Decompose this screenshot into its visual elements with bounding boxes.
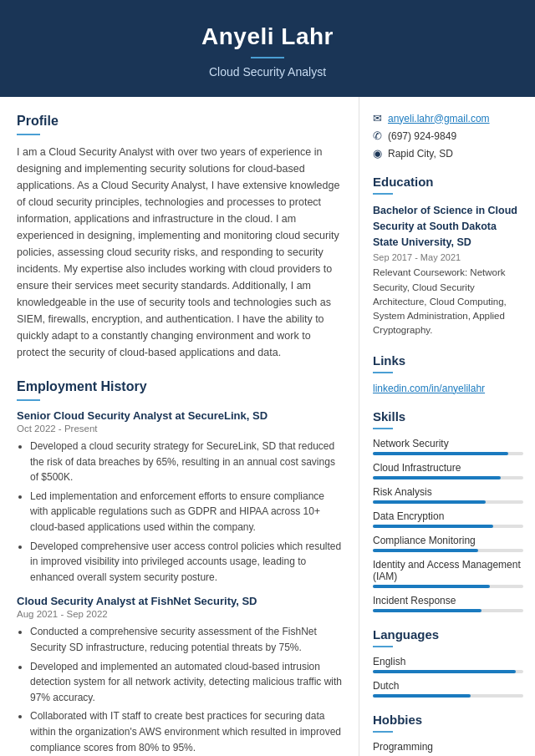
profile-title: Profile (17, 114, 344, 129)
email-link[interactable]: anyeli.lahr@gmail.com (388, 113, 490, 124)
languages-divider (373, 646, 393, 647)
skill-label-4: Compliance Monitoring (373, 535, 523, 546)
profile-section: Profile I am a Cloud Security Analyst wi… (17, 114, 344, 361)
skill-bar-fill-0 (373, 452, 508, 455)
job-2-bullet-2: Developed and implemented an automated c… (30, 659, 344, 706)
skills-divider (373, 428, 393, 429)
profile-divider (17, 134, 40, 135)
hobbies-title: Hobbies (373, 713, 523, 727)
header-divider (251, 57, 284, 58)
edu-coursework: Relevant Coursework: Network Security, C… (373, 266, 523, 337)
education-divider (373, 193, 393, 195)
skill-item-6: Incident Response (373, 595, 523, 612)
contact-phone: ✆ (697) 924-9849 (373, 129, 523, 142)
job-2-bullets: Conducted a comprehensive security asses… (17, 624, 344, 755)
skills-title: Skills (373, 409, 523, 424)
job-2-title: Cloud Security Analyst at FishNet Securi… (17, 595, 344, 607)
job-2-dates: Aug 2021 - Sep 2022 (17, 609, 344, 619)
skills-section: Skills Network Security Cloud Infrastruc… (373, 409, 523, 612)
skills-list: Network Security Cloud Infrastructure Ri… (373, 438, 523, 612)
location-text: Rapid City, SD (388, 148, 453, 160)
resume-header: Anyeli Lahr Cloud Security Analyst (0, 0, 535, 97)
contact-email: ✉ anyeli.lahr@gmail.com (373, 112, 523, 124)
skill-label-5: Identity and Access Management (IAM) (373, 559, 523, 582)
job-1-title: Senior Cloud Security Analyst at SecureL… (17, 409, 344, 422)
skill-bar-fill-4 (373, 549, 478, 552)
job-1-bullet-3: Developed comprehensive user access cont… (30, 539, 344, 586)
links-divider (373, 372, 393, 373)
languages-section: Languages English Dutch (373, 627, 523, 698)
right-column: ✉ anyeli.lahr@gmail.com ✆ (697) 924-9849… (359, 97, 535, 756)
skill-item-0: Network Security (373, 438, 523, 455)
lang-label-0: English (373, 656, 523, 667)
job-1-bullet-2: Led implementation and enforcement effor… (30, 489, 344, 535)
language-item-0: English (373, 656, 523, 673)
location-icon: ◉ (373, 147, 382, 160)
lang-bar-bg-0 (373, 670, 523, 673)
hobbies-divider (373, 731, 393, 733)
job-1-bullets: Developed a cloud security strategy for … (17, 439, 344, 585)
skill-bar-fill-6 (373, 609, 482, 612)
skill-item-4: Compliance Monitoring (373, 535, 523, 552)
candidate-name: Anyeli Lahr (17, 23, 518, 50)
languages-title: Languages (373, 627, 523, 642)
contact-section: ✉ anyeli.lahr@gmail.com ✆ (697) 924-9849… (373, 112, 523, 160)
skill-bar-bg-2 (373, 500, 523, 504)
profile-text: I am a Cloud Security Analyst with over … (17, 144, 344, 361)
lang-bar-fill-1 (373, 694, 471, 698)
job-1-bullet-1: Developed a cloud security strategy for … (30, 439, 344, 485)
skill-item-5: Identity and Access Management (IAM) (373, 559, 523, 588)
skill-item-2: Risk Analysis (373, 486, 523, 504)
hobbies-list: Programming (373, 741, 523, 753)
skill-label-6: Incident Response (373, 595, 523, 606)
lang-bar-bg-1 (373, 694, 523, 698)
skill-label-3: Data Encryption (373, 510, 523, 522)
employment-title: Employment History (17, 379, 344, 394)
skill-bar-fill-2 (373, 500, 486, 504)
phone-icon: ✆ (373, 129, 382, 142)
skill-bar-bg-5 (373, 585, 523, 588)
skill-label-0: Network Security (373, 438, 523, 449)
job-2-bullet-3: Collaborated with IT staff to create bes… (30, 708, 344, 755)
education-title: Education (373, 175, 523, 189)
skill-bar-bg-0 (373, 452, 523, 455)
left-column: Profile I am a Cloud Security Analyst wi… (0, 97, 359, 756)
job-2-bullet-1: Conducted a comprehensive security asses… (30, 624, 344, 655)
skill-bar-fill-3 (373, 525, 493, 528)
candidate-title: Cloud Security Analyst (17, 65, 518, 79)
skill-label-2: Risk Analysis (373, 486, 523, 498)
languages-list: English Dutch (373, 656, 523, 698)
links-title: Links (373, 353, 523, 368)
phone-text: (697) 924-9849 (388, 130, 456, 142)
employment-divider (17, 399, 40, 401)
skill-item-3: Data Encryption (373, 510, 523, 528)
job-1: Senior Cloud Security Analyst at SecureL… (17, 409, 344, 585)
lang-label-1: Dutch (373, 680, 523, 692)
skill-item-1: Cloud Infrastructure (373, 462, 523, 479)
link-linkedin: linkedin.com/in/anyelilahr (373, 382, 523, 394)
skill-bar-bg-1 (373, 476, 523, 479)
skill-bar-bg-6 (373, 609, 523, 612)
links-section: Links linkedin.com/in/anyelilahr (373, 353, 523, 394)
edu-degree: Bachelor of Science in Cloud Security at… (373, 203, 523, 250)
employment-section: Employment History Senior Cloud Security… (17, 379, 344, 755)
skill-bar-fill-5 (373, 585, 490, 588)
language-item-1: Dutch (373, 680, 523, 698)
job-1-dates: Oct 2022 - Present (17, 424, 344, 434)
contact-location: ◉ Rapid City, SD (373, 147, 523, 160)
edu-dates: Sep 2017 - May 2021 (373, 252, 523, 262)
lang-bar-fill-0 (373, 670, 516, 673)
skill-bar-bg-4 (373, 549, 523, 552)
linkedin-link[interactable]: linkedin.com/in/anyelilahr (373, 383, 485, 394)
skill-bar-fill-1 (373, 476, 501, 479)
skill-bar-bg-3 (373, 525, 523, 528)
job-2: Cloud Security Analyst at FishNet Securi… (17, 595, 344, 755)
email-icon: ✉ (373, 112, 382, 124)
skill-label-1: Cloud Infrastructure (373, 462, 523, 474)
hobbies-section: Hobbies Programming (373, 713, 523, 753)
education-section: Education Bachelor of Science in Cloud S… (373, 175, 523, 338)
hobby-item-0: Programming (373, 741, 523, 753)
